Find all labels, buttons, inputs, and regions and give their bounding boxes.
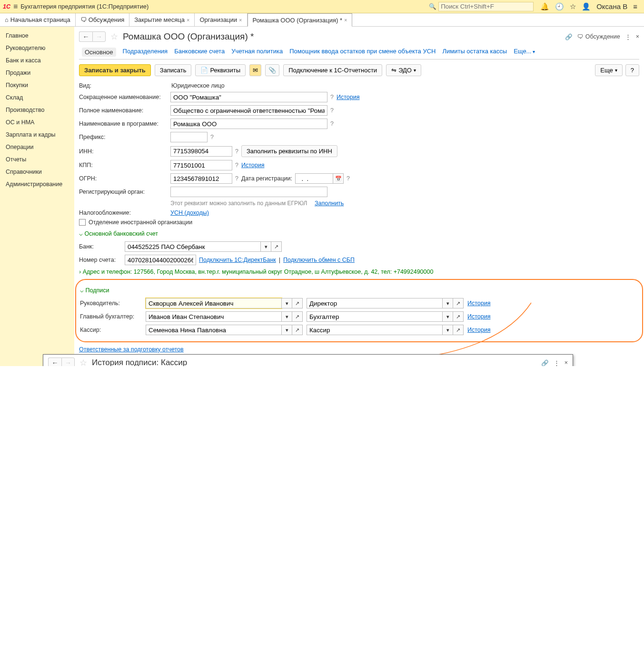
glav-pos-input[interactable] [307, 311, 443, 322]
save-button[interactable]: Записать [155, 64, 192, 76]
user-name[interactable]: Оксана В [596, 2, 627, 10]
sidebar-admin[interactable]: Администрирование [0, 178, 74, 190]
fill-link[interactable]: Заполнить [315, 200, 344, 207]
open-icon[interactable]: ↗ [292, 298, 303, 308]
subtab-bank[interactable]: Банковские счета [174, 48, 225, 57]
tab-discussions[interactable]: 🗨Обсуждения [76, 13, 130, 26]
foreign-checkbox[interactable] [79, 219, 86, 226]
history-link[interactable]: История [241, 162, 264, 169]
subtab-uchet[interactable]: Учетная политика [231, 48, 283, 57]
full-input[interactable] [170, 105, 327, 116]
sidebar-os-nma[interactable]: ОС и НМА [0, 116, 74, 129]
responsible-link[interactable]: Ответственные за подготовку отчетов [79, 346, 184, 353]
sidebar-operacii[interactable]: Операции [0, 141, 74, 153]
more-button[interactable]: Еще [595, 64, 622, 76]
sidebar-glavnoe[interactable]: Главное [0, 30, 74, 42]
rukov-pos-input[interactable] [307, 298, 443, 308]
open-icon[interactable]: ↗ [292, 311, 303, 322]
bell-icon[interactable]: 🔔 [540, 2, 549, 11]
calendar-icon[interactable]: 📅 [333, 173, 344, 184]
nav-forward-button[interactable]: → [61, 358, 75, 366]
sidebar-zarplata[interactable]: Зарплата и кадры [0, 129, 74, 141]
kass-person-input[interactable] [146, 325, 282, 335]
kebab-icon[interactable]: ⋮ [554, 359, 560, 367]
edo-button[interactable]: ⇋ ЭДО [386, 64, 421, 76]
section-address[interactable]: › Адрес и телефон: 127566, Город Москва,… [79, 268, 433, 275]
close-icon[interactable]: × [636, 33, 639, 40]
dropdown-icon[interactable]: ▾ [443, 311, 453, 322]
sidebar-rukovod[interactable]: Руководителю [0, 42, 74, 54]
discuss-link[interactable]: 🗨 Обсуждение [577, 33, 620, 40]
tab-month-close[interactable]: Закрытие месяца× [129, 13, 195, 26]
open-icon[interactable]: ↗ [453, 298, 464, 308]
menu-icon[interactable]: ≡ [633, 2, 637, 10]
close-icon[interactable]: × [565, 359, 568, 366]
fill-inn-button[interactable]: Заполнить реквизиты по ИНН [241, 145, 337, 157]
dropdown-icon[interactable]: ▾ [282, 325, 292, 335]
regorg-input[interactable] [170, 187, 327, 197]
help-icon[interactable]: ? [330, 120, 334, 127]
subtab-more[interactable]: Еще... [514, 48, 535, 57]
global-search-input[interactable] [438, 2, 534, 11]
subtab-main[interactable]: Основное [82, 48, 116, 57]
ogrn-input[interactable] [170, 173, 232, 184]
help-icon[interactable]: ? [235, 162, 238, 169]
tab-romashka[interactable]: Ромашка ООО (Организация) *× [248, 13, 353, 27]
kass-pos-input[interactable] [307, 325, 443, 335]
requisites-button[interactable]: 📄Реквизиты [195, 64, 246, 76]
history-link[interactable]: История [467, 313, 490, 320]
open-icon[interactable]: ↗ [453, 325, 464, 335]
close-icon[interactable]: × [344, 17, 347, 23]
inn-input[interactable] [170, 146, 232, 157]
sidebar-pokupki[interactable]: Покупки [0, 79, 74, 91]
sidebar-sprav[interactable]: Справочники [0, 166, 74, 178]
favorite-star-icon[interactable]: ☆ [79, 358, 87, 366]
help-icon[interactable]: ? [235, 148, 238, 155]
help-icon[interactable]: ? [347, 175, 350, 182]
help-icon[interactable]: ? [330, 107, 334, 114]
help-icon[interactable]: ? [210, 134, 214, 140]
nav-back-button[interactable]: ← [48, 358, 61, 366]
help-icon[interactable]: ? [330, 94, 334, 100]
link-icon[interactable]: 🔗 [565, 33, 573, 40]
open-icon[interactable]: ↗ [292, 325, 303, 335]
mail-button[interactable]: ✉ [249, 64, 261, 76]
glav-person-input[interactable] [146, 311, 282, 322]
subtab-podr[interactable]: Подразделения [123, 48, 168, 57]
sidebar-otchety[interactable]: Отчеты [0, 153, 74, 166]
open-icon[interactable]: ↗ [271, 241, 282, 252]
section-bank[interactable]: Основной банковский счет [79, 227, 639, 240]
sidebar-prodazhi[interactable]: Продажи [0, 67, 74, 79]
close-icon[interactable]: × [187, 17, 189, 23]
sidebar-sklad[interactable]: Склад [0, 91, 74, 104]
dropdown-icon[interactable]: ▾ [282, 311, 292, 322]
direktbank-link[interactable]: Подключить 1С:ДиректБанк [199, 257, 276, 263]
star-icon[interactable]: ☆ [570, 2, 576, 11]
short-input[interactable] [170, 92, 327, 102]
attach-button[interactable]: 📎 [265, 64, 279, 76]
kebab-icon[interactable]: ⋮ [625, 33, 631, 40]
section-podpisi[interactable]: Подписи [80, 284, 635, 297]
tab-organizations[interactable]: Организации× [195, 13, 247, 26]
hamburger-icon[interactable]: ≡ [13, 2, 18, 11]
sidebar-proizvod[interactable]: Производство [0, 104, 74, 116]
link-icon[interactable]: 🔗 [541, 359, 549, 367]
bank-input[interactable] [125, 241, 261, 252]
dropdown-icon[interactable]: ▾ [261, 241, 271, 252]
sidebar-bank[interactable]: Банк и касса [0, 54, 74, 67]
prog-input[interactable] [170, 119, 327, 129]
prefix-input[interactable] [170, 132, 208, 142]
subtab-limit[interactable]: Лимиты остатка кассы [442, 48, 507, 57]
rukov-person-input[interactable] [146, 298, 282, 308]
date-reg-input[interactable] [295, 173, 333, 184]
dropdown-icon[interactable]: ▾ [282, 298, 292, 308]
sbp-link[interactable]: Подключить обмен с СБП [283, 257, 355, 263]
tab-home[interactable]: ⌂Начальная страница [0, 13, 76, 26]
favorite-star-icon[interactable]: ☆ [110, 31, 118, 42]
connect-1c-button[interactable]: Подключение к 1С-Отчетности [283, 64, 382, 76]
help-icon[interactable]: ? [235, 175, 238, 182]
history-link[interactable]: История [467, 327, 490, 333]
save-close-button[interactable]: Записать и закрыть [79, 64, 151, 76]
user-icon[interactable]: 👤 [582, 2, 591, 11]
nalog-link[interactable]: УСН (доходы) [170, 209, 209, 216]
